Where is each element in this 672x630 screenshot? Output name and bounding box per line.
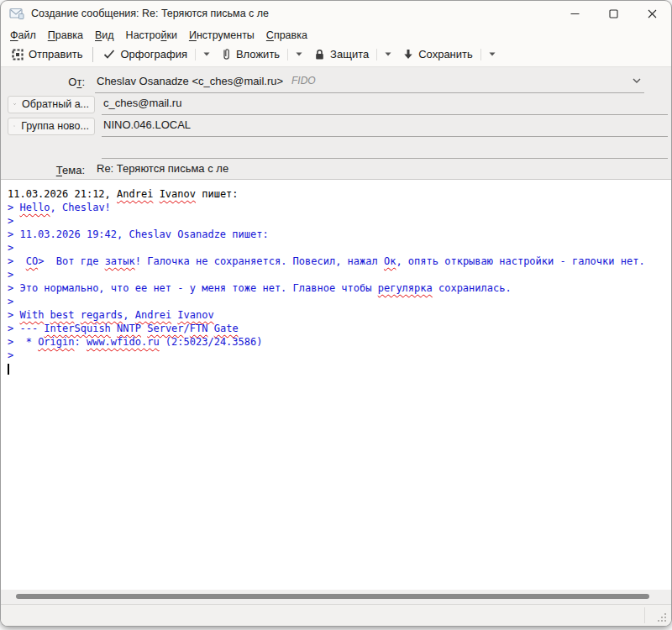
chevron-down-icon <box>13 123 15 129</box>
newsgroup-field[interactable]: NINO.046.LOCAL <box>102 115 668 137</box>
menu-edit[interactable]: Правка <box>42 28 89 43</box>
toolbar-separator <box>92 47 93 62</box>
from-dropdown-chevron-icon[interactable] <box>631 78 643 83</box>
spellcheck-icon <box>103 50 115 59</box>
horizontal-scrollbar[interactable] <box>1 590 671 604</box>
chevron-down-icon <box>489 52 496 56</box>
compose-message-icon <box>9 8 24 19</box>
text-caret <box>8 364 9 375</box>
window-controls <box>555 1 671 26</box>
statusbar-separator <box>644 607 645 623</box>
dropdown-separator <box>287 49 288 60</box>
body-line: > 11.03.2026 19:42, Cheslav Osanadze пиш… <box>8 228 671 241</box>
from-value: Cheslav Osanadze <c_ches@mail.ru> <box>97 75 283 87</box>
menu-help[interactable]: Справка <box>260 28 313 43</box>
attach-icon <box>222 48 231 60</box>
from-row: От: Cheslav Osanadze <c_ches@mail.ru> FI… <box>8 71 668 93</box>
body-line: > <box>8 268 671 281</box>
resize-grip-icon[interactable] <box>658 613 667 622</box>
dropdown-separator <box>480 49 481 60</box>
save-icon <box>403 49 413 60</box>
security-lock-icon <box>314 49 325 60</box>
body-line: > CO> Вот где затык! Галочка не сохраняе… <box>8 255 671 268</box>
menu-options[interactable]: Настройки <box>120 28 183 43</box>
body-line: > Hello, Cheslav! <box>8 201 671 214</box>
body-line: > <box>8 214 671 228</box>
attach-button[interactable]: Вложить <box>216 46 286 62</box>
body-line: > <box>8 295 671 308</box>
dropdown-separator <box>376 49 377 60</box>
message-headers: От: Cheslav Osanadze <c_ches@mail.ru> FI… <box>1 66 671 180</box>
subject-field[interactable]: Re: Теряются письма с ле <box>95 159 668 181</box>
menu-file[interactable]: Файл <box>4 28 42 43</box>
spelling-dropdown-button[interactable] <box>197 49 216 60</box>
reply-to-row: Обратный а... c_ches@mail.ru <box>8 93 668 115</box>
chevron-down-icon <box>13 102 16 107</box>
menubar: Файл Правка Вид Настройки Инструменты Сп… <box>1 26 671 45</box>
body-line: > With best regards, Andrei Ivanov <box>8 308 671 322</box>
account-tag: FIDO <box>291 75 316 87</box>
menu-tools[interactable]: Инструменты <box>183 28 260 43</box>
body-line: 11.03.2026 21:12, Andrei Ivanov пишет: <box>8 187 671 201</box>
horizontal-scrollbar-thumb[interactable] <box>16 594 649 599</box>
statusbar <box>1 604 671 626</box>
empty-address-row <box>8 137 668 159</box>
minimize-button[interactable] <box>555 1 594 26</box>
send-button[interactable]: Отправить <box>6 46 88 62</box>
subject-label: Тема: <box>8 164 95 176</box>
save-dropdown-button[interactable] <box>483 49 501 60</box>
empty-address-field[interactable] <box>102 137 668 159</box>
compose-window: Создание сообщения: Re: Теряются письма … <box>1 1 671 626</box>
dropdown-separator <box>195 49 196 60</box>
titlebar: Создание сообщения: Re: Теряются письма … <box>1 1 671 26</box>
body-line: > --- InterSquish NNTP Server/FTN Gate <box>8 322 671 335</box>
from-selector[interactable]: Cheslav Osanadze <c_ches@mail.ru> FIDO <box>95 71 644 93</box>
save-button[interactable]: Сохранить <box>397 46 479 62</box>
security-button[interactable]: Защита <box>308 46 375 62</box>
attach-dropdown-button[interactable] <box>290 49 308 60</box>
send-icon <box>12 49 24 60</box>
reply-to-field[interactable]: c_ches@mail.ru <box>102 93 668 115</box>
close-icon <box>648 9 657 18</box>
chevron-down-icon <box>296 52 302 56</box>
newsgroup-type-button[interactable]: Группа ново... <box>8 118 95 135</box>
minimize-icon <box>570 9 580 18</box>
from-label: От: <box>8 76 95 88</box>
body-line: > Это нормально, что ее нет - у меня тож… <box>8 281 671 295</box>
close-button[interactable] <box>633 1 671 26</box>
message-body[interactable]: 11.03.2026 21:12, Andrei Ivanov пишет:> … <box>1 180 671 590</box>
body-line: > * Origin: www.wfido.ru (2:5023/24.3586… <box>8 335 671 349</box>
body-line: > <box>8 241 671 255</box>
maximize-button[interactable] <box>594 1 633 26</box>
toolbar: Отправить Орфография Вложить <box>1 45 671 66</box>
subject-row: Тема: Re: Теряются письма с ле <box>8 159 668 181</box>
menu-view[interactable]: Вид <box>89 28 120 43</box>
chevron-down-icon <box>203 52 210 56</box>
reply-to-type-button[interactable]: Обратный а... <box>8 96 95 113</box>
security-dropdown-button[interactable] <box>379 49 397 60</box>
chevron-down-icon <box>385 52 391 56</box>
newsgroup-row: Группа ново... NINO.046.LOCAL <box>8 115 668 137</box>
body-line: > <box>8 349 671 362</box>
spelling-button[interactable]: Орфография <box>97 46 192 62</box>
window-title: Создание сообщения: Re: Теряются письма … <box>31 8 555 19</box>
maximize-icon <box>609 9 618 18</box>
